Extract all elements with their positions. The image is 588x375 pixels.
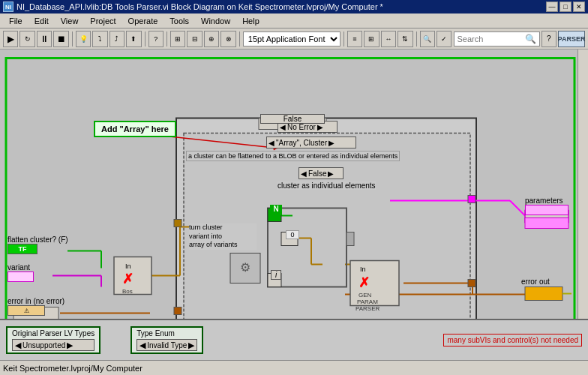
minimize-button[interactable]: — xyxy=(546,2,558,12)
false-arrow-left: ◀ xyxy=(301,170,307,178)
help-button[interactable]: ? xyxy=(542,31,556,47)
separator-5 xyxy=(344,32,344,46)
separator-1 xyxy=(72,32,73,46)
svg-text:In: In xyxy=(125,262,131,270)
context-help-button[interactable]: ? xyxy=(148,31,164,47)
invalid-type-dropdown[interactable]: ◀ Invalid Type ▶ xyxy=(136,339,197,351)
unsupported-dropdown[interactable]: ◀ Unsupported ▶ xyxy=(12,339,94,351)
false-dropdown[interactable]: ◀ False ▶ xyxy=(298,167,344,179)
svg-rect-31 xyxy=(174,308,182,315)
distribute-button[interactable]: ⊞ xyxy=(364,31,379,47)
resize-button[interactable]: ↔ xyxy=(381,31,396,47)
vertical-scrollbar[interactable] xyxy=(578,50,588,346)
window-title: NI_Database_API.lvlib:DB Tools Parser.vi… xyxy=(16,2,383,11)
separator-3 xyxy=(166,32,167,46)
menu-operate[interactable]: Operate xyxy=(122,15,164,27)
svg-text:PARAM: PARAM xyxy=(357,298,378,305)
variant-label: variant xyxy=(8,263,34,282)
step-out-button[interactable]: ⬆ xyxy=(126,31,141,47)
annotation-text: Add "Array" here xyxy=(101,124,169,134)
status-path: Keit Spectrometer.lvproj/My Computer xyxy=(3,364,142,373)
svg-text:GEN: GEN xyxy=(358,292,372,298)
array-cluster-dropdown[interactable]: ◀ "Array", Cluster ▶ xyxy=(266,136,356,148)
menu-view[interactable]: View xyxy=(55,15,85,27)
order-button[interactable]: ⇅ xyxy=(398,31,412,47)
toolbar: ▶ ↻ ⏸ ⏹ 💡 ⤵ ⤴ ⬆ ? ⊞ ⊟ ⊕ ⊗ 15pt Applicati… xyxy=(0,28,588,50)
clean-button[interactable]: ✓ xyxy=(436,31,452,47)
flatten-cluster-label: flatten cluster? (F) TF xyxy=(8,236,68,254)
run-button[interactable]: ▶ xyxy=(3,31,18,47)
svg-rect-0 xyxy=(6,58,574,332)
no-error-arrow-right: ▶ xyxy=(317,123,323,131)
n-label: N xyxy=(270,205,282,215)
align-button[interactable]: ≡ xyxy=(347,31,362,47)
pause-button[interactable]: ⏹ xyxy=(53,31,68,47)
highlight-button[interactable]: 💡 xyxy=(76,31,91,47)
case-label: False xyxy=(260,114,325,124)
blob-text: a cluster can be flattened to a BLOB or … xyxy=(186,151,400,161)
main-canvas[interactable]: ⚙ In ✗ Bos In ✗ GEN PARAM PARSER Add "Ar… xyxy=(0,50,588,356)
i-label: i xyxy=(271,270,281,280)
invalid-type-label: Invalid Type xyxy=(147,341,187,350)
toolbar-btn-extra1[interactable]: ⊞ xyxy=(170,31,185,47)
error-out-label: error out xyxy=(521,278,550,286)
error-in-label: error in (no error) ⚠ xyxy=(8,297,64,316)
false-label: False xyxy=(308,170,326,178)
search-input[interactable] xyxy=(458,34,525,44)
annotation-box: Add "Array" here xyxy=(94,121,176,137)
false-case-text: False xyxy=(284,115,302,123)
svg-text:⚙: ⚙ xyxy=(240,261,250,274)
svg-rect-1 xyxy=(176,118,476,325)
status-bar: Keit Spectrometer.lvproj/My Computer xyxy=(0,360,588,375)
search-icon[interactable]: 🔍 xyxy=(525,34,536,44)
svg-rect-33 xyxy=(468,196,476,203)
search-box[interactable]: 🔍 xyxy=(454,32,540,46)
menu-file[interactable]: File xyxy=(3,15,28,27)
wiring-overlay: ⚙ In ✗ Bos In ✗ GEN PARAM PARSER xyxy=(0,50,588,356)
svg-rect-32 xyxy=(468,280,476,287)
svg-rect-41 xyxy=(114,257,152,295)
title-bar-buttons[interactable]: — □ ✕ xyxy=(546,2,585,12)
tf-indicator: TF xyxy=(8,244,38,254)
svg-rect-39 xyxy=(230,254,260,284)
parameters-label: parameters xyxy=(525,196,568,215)
menu-window[interactable]: Window xyxy=(195,15,236,27)
type-enum-label: Type Enum xyxy=(136,329,197,338)
ni-badge: PARSER xyxy=(558,31,585,47)
step-over-button[interactable]: ⤴ xyxy=(110,31,124,47)
toolbar-btn-extra4[interactable]: ⊗ xyxy=(220,31,236,47)
no-error-label: No Error xyxy=(287,123,316,131)
menu-project[interactable]: Project xyxy=(84,15,122,27)
svg-rect-52 xyxy=(525,287,562,301)
error-in-indicator: ⚠ xyxy=(8,305,45,316)
close-button[interactable]: ✕ xyxy=(573,2,585,12)
app-icon: NI xyxy=(3,2,14,12)
menu-help[interactable]: Help xyxy=(236,15,266,27)
svg-rect-55 xyxy=(525,218,568,229)
run-continuously-button[interactable]: ↻ xyxy=(20,31,34,47)
warning-label: many subVIs and control(s) not needed xyxy=(443,334,582,346)
menu-tools[interactable]: Tools xyxy=(164,15,195,27)
array-cluster-arrow-left: ◀ xyxy=(268,139,274,147)
array-cluster-arrow-right: ▶ xyxy=(328,139,334,147)
svg-text:PARSER: PARSER xyxy=(356,305,380,312)
svg-text:✗: ✗ xyxy=(122,272,134,286)
abort-button[interactable]: ⏸ xyxy=(37,31,52,47)
toolbar-btn-extra3[interactable]: ⊕ xyxy=(204,31,219,47)
toolbar-btn-extra2[interactable]: ⊟ xyxy=(187,31,202,47)
font-select[interactable]: 15pt Application Font xyxy=(243,32,340,46)
zoom-button[interactable]: 🔍 xyxy=(420,31,435,47)
maximize-button[interactable]: □ xyxy=(560,2,572,12)
title-bar: NI NI_Database_API.lvlib:DB Tools Parser… xyxy=(0,0,588,14)
menu-bar: File Edit View Project Operate Tools Win… xyxy=(0,14,588,28)
step-into-button[interactable]: ⤵ xyxy=(92,31,107,47)
title-bar-left: NI NI_Database_API.lvlib:DB Tools Parser… xyxy=(3,2,383,12)
parameters-indicator xyxy=(525,205,568,215)
original-parser-label: Original Parser LV Types xyxy=(12,329,94,338)
type-enum-box: Type Enum ◀ Invalid Type ▶ xyxy=(130,326,203,354)
unsupported-label: Unsupported xyxy=(22,341,65,350)
zero-label: 0 xyxy=(286,230,299,239)
separator-4 xyxy=(239,32,240,46)
menu-edit[interactable]: Edit xyxy=(28,15,55,27)
separator-2 xyxy=(145,32,146,46)
